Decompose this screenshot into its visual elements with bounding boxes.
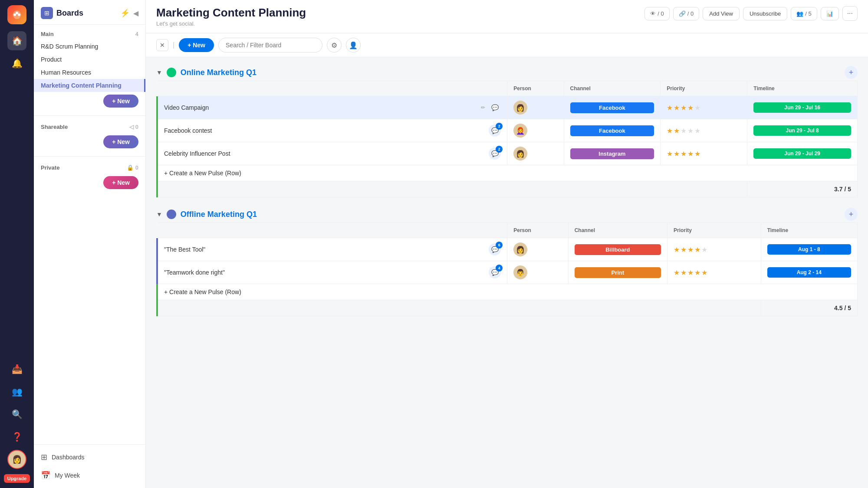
add-new-button[interactable]: + New xyxy=(179,38,214,52)
person-filter-button[interactable]: 👤 xyxy=(346,38,361,52)
col-name-header xyxy=(157,81,507,96)
row-name-text: Facebook contest xyxy=(164,127,485,134)
channel-badge[interactable]: Instagram xyxy=(570,148,654,159)
table-row: "The Best Tool" 💬 6 👩 Billboard xyxy=(157,238,858,261)
chat-icon[interactable]: 💬 4 xyxy=(489,266,501,278)
channel-badge[interactable]: Print xyxy=(575,267,661,278)
nav-bell-icon[interactable]: 🔔 xyxy=(7,54,26,73)
timeline-badge[interactable]: Jun 29 - Jul 16 xyxy=(753,102,851,113)
private-section: Private 🔒 0 + New xyxy=(34,158,145,195)
timeline-cell: Aug 1 - 8 xyxy=(761,238,857,261)
nav-people-icon[interactable]: 👥 xyxy=(7,382,26,401)
chat-icon[interactable]: 💬 xyxy=(489,102,501,114)
group-offline-collapse[interactable]: ▼ xyxy=(156,211,162,218)
search-input[interactable] xyxy=(218,38,322,52)
lightning-icon: ⚡ xyxy=(120,8,130,18)
timeline-badge[interactable]: Aug 1 - 8 xyxy=(767,244,851,255)
col-priority-header: Priority xyxy=(661,81,747,96)
create-pulse-text[interactable]: + Create a New Pulse (Row) xyxy=(157,284,858,300)
private-new-button[interactable]: + New xyxy=(103,176,138,189)
eye-counter-button[interactable]: 👁 / 0 xyxy=(644,7,669,20)
avg-row: 3.7 / 5 xyxy=(157,181,858,197)
collapse-sidebar-button[interactable]: ◀ xyxy=(133,9,138,17)
main-new-btn-container: + New xyxy=(34,92,145,110)
chat-badge: 4 xyxy=(496,265,503,272)
sidebar-item-marketing[interactable]: Marketing Content Planning xyxy=(34,79,145,92)
timeline-cell: Jun 29 - Jul 8 xyxy=(747,119,858,142)
col-person-header: Person xyxy=(507,81,564,96)
chat-icon[interactable]: 💬 2 xyxy=(489,147,501,160)
group-offline-title[interactable]: Offline Marketing Q1 xyxy=(181,210,257,219)
eye-icon: 👁 xyxy=(650,10,656,17)
group-online-collapse[interactable]: ▼ xyxy=(156,69,162,76)
board-toolbar: ✕ | + New ⚙ 👤 xyxy=(146,33,868,57)
sidebar-myweek-item[interactable]: 📅 My Week xyxy=(34,466,145,485)
group-offline-add-col[interactable]: + xyxy=(845,208,858,221)
divider: | xyxy=(173,41,174,49)
main-section-count: 4 xyxy=(135,31,138,37)
page-subtitle: Let's get social. xyxy=(156,20,306,27)
table-row: Video Campaign ✏ 💬 👩 Facebook xyxy=(157,96,858,119)
add-view-button[interactable]: Add View xyxy=(703,7,740,20)
channel-cell: Facebook xyxy=(564,96,661,119)
avatar-cell: 👩 xyxy=(507,238,568,261)
avg-row-offline: 4.5 / 5 xyxy=(157,300,858,316)
create-pulse-text[interactable]: + Create a New Pulse (Row) xyxy=(157,165,858,181)
priority-cell: ★★★★★ xyxy=(661,96,747,119)
svg-point-0 xyxy=(13,13,16,16)
unsubscribe-button[interactable]: Unsubscribe xyxy=(743,7,787,20)
sidebar-item-rnd[interactable]: R&D Scrum Planning xyxy=(34,40,145,53)
chat-icon[interactable]: 💬 2 xyxy=(489,124,501,137)
share-counter: / 0 xyxy=(687,10,694,17)
group-online-add-col[interactable]: + xyxy=(845,66,858,79)
row-name-cell: Video Campaign ✏ 💬 xyxy=(157,96,507,119)
board-content: ▼ Online Marketing Q1 + Person Channel P… xyxy=(146,57,868,488)
close-filter-button[interactable]: ✕ xyxy=(156,39,168,51)
nav-home-icon[interactable]: 🏠 xyxy=(7,31,26,50)
channel-badge[interactable]: Billboard xyxy=(575,244,661,255)
avatar-cell: 👨 xyxy=(507,261,568,284)
shareable-label: Shareable xyxy=(41,124,68,130)
row-name-text: Celebrity Influencer Post xyxy=(164,150,485,157)
avatar[interactable]: 👩 xyxy=(7,450,26,469)
edit-icon[interactable]: ✏ xyxy=(481,105,485,111)
group-online-indicator xyxy=(167,68,176,77)
nav-inbox-icon[interactable]: 📥 xyxy=(7,360,26,379)
group-online-table: Person Channel Priority Timeline Video C… xyxy=(156,81,858,197)
more-options-button[interactable]: ··· xyxy=(842,6,858,21)
shareable-new-button[interactable]: + New xyxy=(103,135,138,148)
sidebar-item-hr[interactable]: Human Resources xyxy=(34,66,145,79)
app-logo xyxy=(7,5,26,24)
group-online-title[interactable]: Online Marketing Q1 xyxy=(181,68,256,77)
chat-badge: 6 xyxy=(496,242,503,249)
row-name-text: Video Campaign xyxy=(164,104,477,111)
chat-icon[interactable]: 💬 6 xyxy=(489,243,501,255)
activity-button[interactable]: 📊 xyxy=(821,7,839,20)
create-pulse-row[interactable]: + Create a New Pulse (Row) xyxy=(157,165,858,181)
create-pulse-row[interactable]: + Create a New Pulse (Row) xyxy=(157,284,858,300)
members-icon: 👥 xyxy=(796,10,803,17)
channel-badge[interactable]: Facebook xyxy=(570,125,654,136)
timeline-badge[interactable]: Jun 29 - Jul 29 xyxy=(753,148,851,159)
nav-help-icon[interactable]: ❓ xyxy=(7,427,26,446)
dashboards-label: Dashboards xyxy=(52,454,85,461)
sidebar-item-product[interactable]: Product xyxy=(34,53,145,66)
stars-row0: ★★★★★ xyxy=(667,104,741,112)
main-new-button[interactable]: + New xyxy=(103,95,138,108)
avg-label-cell xyxy=(157,181,747,197)
top-bar-left: Marketing Content Planning Let's get soc… xyxy=(156,6,306,27)
share-icon: 🔗 xyxy=(679,10,686,17)
timeline-badge[interactable]: Jun 29 - Jul 8 xyxy=(753,125,851,136)
shareable-section-header: Shareable ◁ 0 xyxy=(34,121,145,133)
priority-cell: ★★★★★ xyxy=(661,119,747,142)
nav-search-icon[interactable]: 🔍 xyxy=(7,405,26,424)
timeline-badge[interactable]: Aug 2 - 14 xyxy=(767,267,851,278)
sidebar-dashboards-item[interactable]: ⊞ Dashboards xyxy=(34,448,145,466)
channel-badge[interactable]: Facebook xyxy=(570,102,654,113)
avg-score: 3.7 / 5 xyxy=(834,186,851,193)
share-counter-button[interactable]: 🔗 / 0 xyxy=(673,7,699,20)
filter-icon-button[interactable]: ⚙ xyxy=(327,38,342,52)
timeline-cell: Jun 29 - Jul 16 xyxy=(747,96,858,119)
members-button[interactable]: 👥 / 5 xyxy=(791,7,817,20)
upgrade-button[interactable]: Upgrade xyxy=(4,474,30,483)
